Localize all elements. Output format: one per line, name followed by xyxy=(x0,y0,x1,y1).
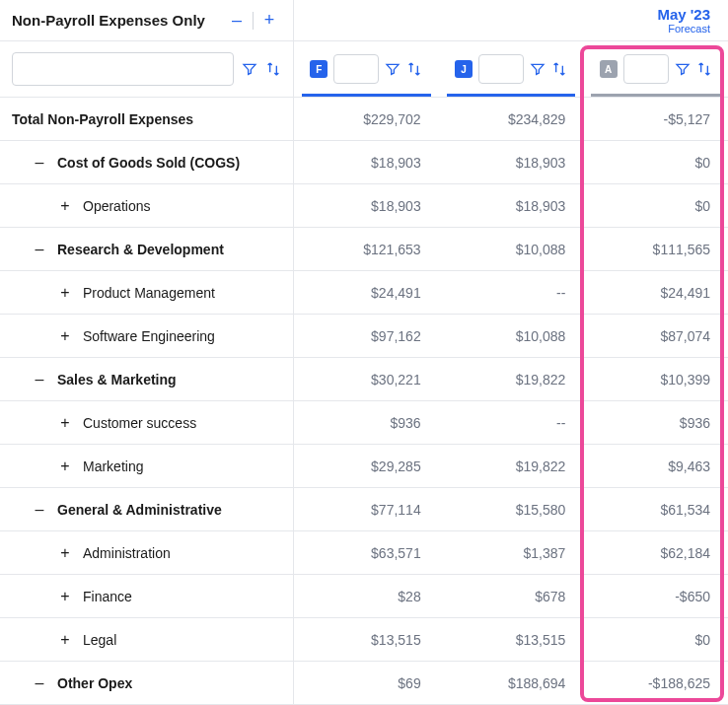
page-title: Non-Payroll Expenses Only xyxy=(12,12,205,29)
row-value: $234,829 xyxy=(439,111,584,127)
row-value: $97,162 xyxy=(294,328,439,344)
page-title-cell: Non-Payroll Expenses Only – + xyxy=(0,0,294,40)
row-value: $62,184 xyxy=(583,545,728,561)
expand-icon[interactable]: + xyxy=(57,414,73,432)
expand-icon[interactable]: + xyxy=(57,631,73,649)
expand-icon[interactable]: + xyxy=(57,284,73,302)
table-row: +Legal$13,515$13,515$0 xyxy=(0,617,728,661)
row-value: $77,114 xyxy=(294,502,439,518)
table-row: +Customer success$936--$936 xyxy=(0,400,728,444)
expand-icon[interactable]: + xyxy=(57,458,73,475)
row-value: $18,903 xyxy=(439,198,584,214)
expand-button[interactable]: + xyxy=(257,9,281,33)
column-search-1[interactable] xyxy=(333,54,379,84)
divider xyxy=(253,12,254,30)
row-label: Total Non-Payroll Expenses xyxy=(12,111,193,127)
table-row: –Cost of Goods Sold (COGS)$18,903$18,903… xyxy=(0,140,728,183)
row-value: $87,074 xyxy=(583,328,728,344)
row-value: $24,491 xyxy=(294,285,439,301)
column-badge-j: J xyxy=(455,60,473,78)
row-value: -- xyxy=(439,285,584,301)
row-label: Product Management xyxy=(83,285,215,301)
row-label-cell: Total Non-Payroll Expenses xyxy=(0,98,294,140)
sort-icon[interactable] xyxy=(406,61,422,77)
row-value: -- xyxy=(439,415,584,431)
row-label: Other Opex xyxy=(57,675,132,691)
row-label: Customer success xyxy=(83,415,196,431)
column-badge-f: F xyxy=(310,60,328,78)
collapse-icon[interactable]: – xyxy=(32,674,47,692)
row-label-cell: +Administration xyxy=(0,531,294,574)
row-label: Sales & Marketing xyxy=(57,372,177,388)
collapse-button[interactable]: – xyxy=(225,9,249,33)
table-row: +Marketing$29,285$19,822$9,463 xyxy=(0,444,728,487)
row-label-cell: –Cost of Goods Sold (COGS) xyxy=(0,141,294,183)
sort-icon[interactable] xyxy=(551,61,567,77)
row-value: $18,903 xyxy=(294,155,439,171)
row-value: $18,903 xyxy=(294,198,439,214)
column-header-2: J xyxy=(439,41,584,97)
sort-icon[interactable] xyxy=(265,61,281,77)
row-value: $13,515 xyxy=(294,632,439,648)
period-header: May '23 Forecast xyxy=(294,0,728,40)
row-value: -$5,127 xyxy=(583,111,728,127)
filter-icon[interactable] xyxy=(242,61,257,77)
filter-icon[interactable] xyxy=(530,61,546,77)
row-value: $28 xyxy=(294,589,439,604)
row-value: $69 xyxy=(294,675,439,691)
sort-icon[interactable] xyxy=(696,61,712,77)
table-row: –Research & Development$121,653$10,088$1… xyxy=(0,227,728,270)
row-value: $30,221 xyxy=(294,372,439,388)
row-value: $936 xyxy=(583,415,728,431)
row-value: $0 xyxy=(583,632,728,648)
collapse-icon[interactable]: – xyxy=(32,154,47,172)
table-row: –General & Administrative$77,114$15,580$… xyxy=(0,487,728,530)
period-subtitle: Forecast xyxy=(668,23,710,35)
expand-icon[interactable]: + xyxy=(57,327,73,345)
row-label-cell: –Research & Development xyxy=(0,228,294,270)
row-value: $121,653 xyxy=(294,242,439,257)
row-label-cell: +Customer success xyxy=(0,401,294,444)
row-value: $61,534 xyxy=(583,502,728,518)
row-value: $678 xyxy=(439,589,584,604)
table-row: +Administration$63,571$1,387$62,184 xyxy=(0,530,728,574)
row-value: $0 xyxy=(583,155,728,171)
row-label-cell: –General & Administrative xyxy=(0,488,294,530)
row-value: $10,088 xyxy=(439,328,584,344)
row-value: $229,702 xyxy=(294,111,439,127)
expand-icon[interactable]: + xyxy=(57,197,73,215)
row-value: $63,571 xyxy=(294,545,439,561)
row-value: $13,515 xyxy=(439,632,584,648)
filter-icon[interactable] xyxy=(675,61,691,77)
column-search-2[interactable] xyxy=(478,54,524,84)
row-label-cell: +Marketing xyxy=(0,445,294,487)
expand-icon[interactable]: + xyxy=(57,588,73,605)
row-label: Administration xyxy=(83,545,171,561)
table-row: +Operations$18,903$18,903$0 xyxy=(0,183,728,227)
row-value: -$650 xyxy=(583,589,728,604)
row-value: $19,822 xyxy=(439,372,584,388)
row-label-cell: +Legal xyxy=(0,618,294,661)
row-value: $0 xyxy=(583,198,728,214)
row-value: $19,822 xyxy=(439,458,584,474)
collapse-icon[interactable]: – xyxy=(32,371,47,388)
collapse-icon[interactable]: – xyxy=(32,241,47,258)
column-search-3[interactable] xyxy=(623,54,669,84)
row-label-cell: –Other Opex xyxy=(0,662,294,704)
filter-icon[interactable] xyxy=(385,61,400,77)
row-label: Operations xyxy=(83,198,150,214)
row-value: -$188,625 xyxy=(583,675,728,691)
table-row: +Finance$28$678-$650 xyxy=(0,574,728,617)
row-label: Software Engineering xyxy=(83,328,215,344)
row-value: $111,565 xyxy=(583,242,728,257)
row-value: $936 xyxy=(294,415,439,431)
row-label-cell: +Operations xyxy=(0,184,294,227)
row-filter-input[interactable] xyxy=(12,52,234,86)
table-row: +Software Engineering$97,162$10,088$87,0… xyxy=(0,314,728,357)
expand-icon[interactable]: + xyxy=(57,544,73,562)
row-value: $18,903 xyxy=(439,155,584,171)
row-label: Finance xyxy=(83,589,132,604)
row-label-cell: +Software Engineering xyxy=(0,315,294,357)
row-value: $24,491 xyxy=(583,285,728,301)
collapse-icon[interactable]: – xyxy=(32,501,47,519)
